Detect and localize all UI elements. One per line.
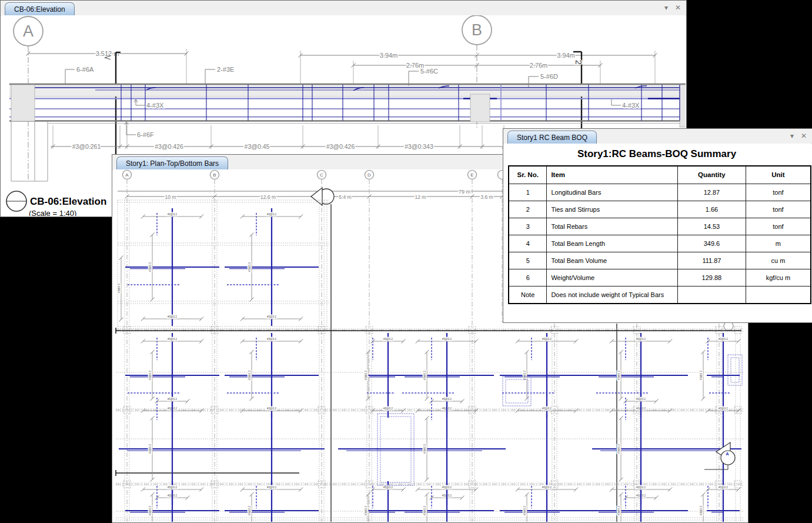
boq-col-header: Item: [547, 166, 678, 184]
boq-cell: Total Beam Volume: [547, 252, 678, 269]
svg-text:#3@0.2: #3@0.2: [636, 338, 646, 341]
svg-text:6-#6F: 6-#6F: [137, 131, 154, 138]
boq-window: Story1 RC Beam BOQ ▾ ✕ Story1:RC Beams-B…: [503, 128, 812, 323]
svg-text:#3@0.2: #3@0.2: [719, 338, 728, 341]
svg-text:5-#6C: 5-#6C: [420, 68, 438, 75]
svg-text:#3@0.2: #3@0.2: [542, 338, 552, 341]
boq-cell: tonf: [746, 218, 811, 235]
svg-text:10 m: 10 m: [165, 194, 176, 200]
tab-label: CB-06:Elevation: [14, 5, 65, 14]
tab-story1-rc-beam-boq[interactable]: Story1 RC Beam BOQ: [507, 131, 597, 144]
boq-cell: 349.6: [677, 235, 746, 252]
minimize-icon[interactable]: ▾: [664, 4, 668, 12]
tab-story1-plan[interactable]: Story1: Plan-Top/Bottom Bars: [116, 156, 228, 169]
boq-cell: 1: [509, 184, 547, 201]
svg-text:4-#3X: 4-#3X: [146, 102, 164, 109]
svg-text:#3@0.2: #3@0.2: [168, 398, 177, 401]
svg-text:#3@0.2: #3@0.2: [423, 371, 426, 380]
boq-cell: tonf: [746, 184, 811, 201]
svg-text:#3@0.261: #3@0.261: [72, 143, 101, 150]
svg-text:5-#6D: 5-#6D: [540, 73, 558, 80]
svg-text:12.6 m: 12.6 m: [260, 194, 276, 200]
boq-cell: Longitudinal Bars: [547, 184, 678, 201]
svg-text:#3@0.2: #3@0.2: [423, 506, 426, 515]
boq-cell: Note: [509, 286, 547, 304]
svg-text:(Scale = 1:40): (Scale = 1:40): [29, 209, 76, 216]
boq-cell: m: [746, 235, 811, 252]
svg-text:#3@0.2: #3@0.2: [719, 486, 728, 489]
svg-text:#3@0.2: #3@0.2: [383, 338, 393, 341]
svg-text:A: A: [726, 451, 729, 457]
svg-text:#3@0.2: #3@0.2: [383, 486, 393, 489]
boq-cell: Total Beam Length: [547, 235, 678, 252]
svg-text:#3@0.2: #3@0.2: [267, 315, 276, 318]
svg-text:3.94m: 3.94m: [557, 52, 575, 59]
boq-cell: 12.87: [677, 184, 746, 201]
elevation-tabstrip: CB-06:Elevation ▾ ✕: [1, 1, 686, 16]
close-icon[interactable]: ✕: [801, 132, 807, 140]
boq-col-header: Unit: [746, 166, 811, 184]
boq-cell: Ties and Stirrups: [547, 201, 678, 218]
svg-text:#3@0.2: #3@0.2: [423, 444, 426, 454]
svg-text:D: D: [367, 172, 371, 178]
svg-text:#3@0.2: #3@0.2: [267, 338, 276, 341]
boq-cell: 14.53: [677, 218, 746, 235]
svg-text:#3@0.2: #3@0.2: [442, 398, 452, 401]
svg-text:79 m: 79 m: [459, 189, 470, 195]
boq-content: Story1:RC Beams-BOQ Summary Sr. No.ItemQ…: [504, 144, 811, 322]
boq-cell: 4: [509, 235, 547, 252]
boq-row: 6Weight/Volume129.88kgf/cu m: [509, 269, 811, 286]
boq-cell: 6: [509, 269, 547, 286]
svg-text:#3@0.2: #3@0.2: [636, 398, 646, 401]
boq-cell: cu m: [746, 252, 811, 269]
tab-cb06-elevation[interactable]: CB-06:Elevation: [5, 2, 75, 15]
svg-text:4-#3X: 4-#3X: [622, 102, 640, 109]
svg-text:#3@0.2: #3@0.2: [542, 407, 552, 410]
svg-text:#3@0.2: #3@0.2: [719, 407, 728, 410]
svg-text:2-#3E: 2-#3E: [217, 66, 234, 73]
boq-table-body: 1Longitudinal Bars12.87tonf2Ties and Sti…: [509, 184, 811, 304]
svg-text:#3@0.2: #3@0.2: [365, 506, 367, 515]
boq-col-header: Quantity: [677, 166, 746, 184]
boq-cell: Total Rebars: [547, 218, 678, 235]
boq-cell: 111.87: [677, 252, 746, 269]
svg-text:#3@0.2: #3@0.2: [248, 371, 251, 380]
svg-text:E: E: [470, 172, 473, 178]
svg-text:#3@0.2: #3@0.2: [267, 213, 276, 216]
svg-text:#3@0.2: #3@0.2: [118, 284, 121, 293]
boq-cell: Weight/Volume: [547, 269, 678, 286]
boq-header-row: Sr. No.ItemQuantityUnit: [509, 166, 811, 184]
boq-row: 1Longitudinal Bars12.87tonf: [509, 184, 811, 201]
svg-text:#3@0.2: #3@0.2: [542, 486, 552, 489]
boq-cell: 5: [509, 252, 547, 269]
svg-text:3.94m: 3.94m: [380, 52, 398, 59]
boq-row: 3Total Rebars14.53tonf: [509, 218, 811, 235]
boq-row: 4Total Beam Length349.6m: [509, 235, 811, 252]
svg-text:#3@0.2: #3@0.2: [168, 213, 177, 216]
boq-cell: 129.88: [677, 269, 746, 286]
svg-text:#3@0.2: #3@0.2: [617, 371, 620, 380]
svg-text:6-#6A: 6-#6A: [76, 66, 94, 73]
svg-text:#3@0.2: #3@0.2: [523, 506, 526, 515]
minimize-icon[interactable]: ▾: [790, 132, 794, 140]
boq-tabstrip: Story1 RC Beam BOQ ▾ ✕: [503, 129, 812, 144]
svg-text:#3@0.2: #3@0.2: [523, 371, 526, 380]
svg-text:5.4 m: 5.4 m: [339, 194, 351, 200]
svg-text:#3@0.2: #3@0.2: [149, 371, 152, 380]
boq-cell: 1.66: [677, 201, 746, 218]
boq-cell: kgf/cu m: [746, 269, 811, 286]
boq-table: Sr. No.ItemQuantityUnit 1Longitudinal Ba…: [508, 165, 811, 304]
svg-text:#3@0.426: #3@0.426: [326, 143, 355, 150]
svg-text:#3@0.2: #3@0.2: [267, 486, 276, 489]
boq-row: 5Total Beam Volume111.87cu m: [509, 252, 811, 269]
svg-text:#3@0.2: #3@0.2: [149, 506, 152, 515]
svg-text:#3@0.426: #3@0.426: [155, 143, 183, 150]
svg-text:#3@0.2: #3@0.2: [248, 262, 251, 272]
svg-text:#3@0.2: #3@0.2: [617, 506, 620, 515]
svg-text:#3@0.2: #3@0.2: [700, 506, 703, 515]
svg-text:#3@0.2: #3@0.2: [617, 444, 620, 454]
svg-text:#3@0.2: #3@0.2: [248, 506, 251, 515]
svg-text:#3@0.45: #3@0.45: [245, 143, 270, 150]
close-icon[interactable]: ✕: [675, 4, 681, 12]
boq-col-header: Sr. No.: [509, 166, 547, 184]
